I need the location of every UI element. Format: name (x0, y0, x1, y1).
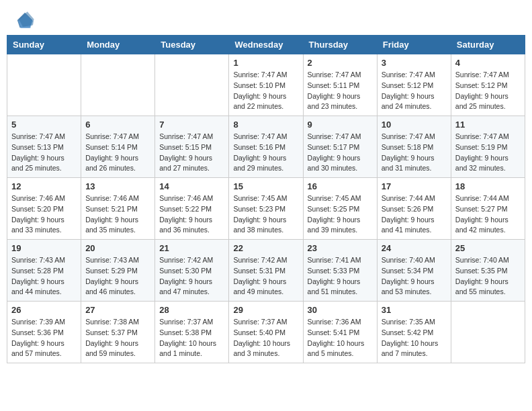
calendar-cell: 23Sunrise: 7:41 AMSunset: 5:33 PMDayligh… (303, 240, 377, 302)
calendar-cell: 25Sunrise: 7:40 AMSunset: 5:35 PMDayligh… (451, 240, 525, 302)
day-number: 13 (85, 181, 150, 191)
day-info: Sunrise: 7:36 AMSunset: 5:41 PMDaylight:… (308, 317, 373, 359)
day-info: Sunrise: 7:47 AMSunset: 5:13 PMDaylight:… (11, 132, 77, 174)
calendar-cell (451, 302, 525, 363)
weekday-header-thursday: Thursday (303, 36, 377, 54)
page-header (7, 7, 525, 28)
day-info: Sunrise: 7:39 AMSunset: 5:36 PMDaylight:… (11, 317, 77, 359)
day-info: Sunrise: 7:47 AMSunset: 5:11 PMDaylight:… (308, 70, 373, 112)
calendar-cell: 31Sunrise: 7:35 AMSunset: 5:42 PMDayligh… (377, 302, 451, 363)
calendar-cell: 30Sunrise: 7:36 AMSunset: 5:41 PMDayligh… (303, 302, 377, 363)
calendar-cell: 10Sunrise: 7:47 AMSunset: 5:18 PMDayligh… (377, 116, 451, 178)
day-info: Sunrise: 7:46 AMSunset: 5:22 PMDaylight:… (159, 193, 224, 236)
calendar-cell: 21Sunrise: 7:42 AMSunset: 5:30 PMDayligh… (155, 240, 229, 302)
weekday-header-tuesday: Tuesday (155, 36, 229, 54)
day-number: 20 (85, 243, 150, 253)
day-info: Sunrise: 7:40 AMSunset: 5:34 PMDaylight:… (382, 255, 447, 298)
weekday-header-saturday: Saturday (451, 36, 525, 54)
day-info: Sunrise: 7:44 AMSunset: 5:26 PMDaylight:… (382, 193, 447, 236)
day-info: Sunrise: 7:47 AMSunset: 5:15 PMDaylight:… (159, 132, 224, 174)
day-number: 19 (11, 243, 77, 253)
day-info: Sunrise: 7:47 AMSunset: 5:12 PMDaylight:… (455, 70, 521, 112)
day-number: 23 (308, 243, 373, 253)
day-info: Sunrise: 7:47 AMSunset: 5:14 PMDaylight:… (85, 132, 150, 174)
day-info: Sunrise: 7:45 AMSunset: 5:25 PMDaylight:… (308, 193, 373, 236)
calendar-cell: 17Sunrise: 7:44 AMSunset: 5:26 PMDayligh… (377, 178, 451, 240)
calendar-cell: 12Sunrise: 7:46 AMSunset: 5:20 PMDayligh… (7, 178, 81, 240)
calendar-week-row: 1Sunrise: 7:47 AMSunset: 5:10 PMDaylight… (7, 54, 525, 116)
day-number: 31 (382, 305, 447, 315)
logo-icon (15, 10, 35, 30)
day-info: Sunrise: 7:47 AMSunset: 5:18 PMDaylight:… (382, 132, 447, 174)
calendar-cell: 1Sunrise: 7:47 AMSunset: 5:10 PMDaylight… (229, 54, 303, 116)
calendar-week-row: 12Sunrise: 7:46 AMSunset: 5:20 PMDayligh… (7, 178, 525, 240)
logo (13, 10, 35, 25)
day-number: 21 (159, 243, 224, 253)
day-number: 30 (308, 305, 373, 315)
weekday-header-sunday: Sunday (7, 36, 81, 54)
day-info: Sunrise: 7:37 AMSunset: 5:40 PMDaylight:… (233, 317, 298, 359)
calendar-week-row: 5Sunrise: 7:47 AMSunset: 5:13 PMDaylight… (7, 116, 525, 178)
day-number: 7 (159, 120, 224, 130)
day-number: 28 (159, 305, 224, 315)
weekday-header-row: SundayMondayTuesdayWednesdayThursdayFrid… (7, 36, 525, 54)
day-number: 14 (159, 181, 224, 191)
calendar-week-row: 26Sunrise: 7:39 AMSunset: 5:36 PMDayligh… (7, 302, 525, 363)
day-number: 22 (233, 243, 298, 253)
calendar-cell: 5Sunrise: 7:47 AMSunset: 5:13 PMDaylight… (7, 116, 81, 178)
calendar-cell: 7Sunrise: 7:47 AMSunset: 5:15 PMDaylight… (155, 116, 229, 178)
day-number: 17 (382, 181, 447, 191)
day-number: 3 (382, 58, 447, 68)
calendar-cell: 19Sunrise: 7:43 AMSunset: 5:28 PMDayligh… (7, 240, 81, 302)
weekday-header-friday: Friday (377, 36, 451, 54)
day-info: Sunrise: 7:45 AMSunset: 5:23 PMDaylight:… (233, 193, 298, 236)
day-info: Sunrise: 7:46 AMSunset: 5:20 PMDaylight:… (11, 193, 77, 236)
day-info: Sunrise: 7:37 AMSunset: 5:38 PMDaylight:… (159, 317, 224, 359)
calendar-cell: 9Sunrise: 7:47 AMSunset: 5:17 PMDaylight… (303, 116, 377, 178)
calendar-table: SundayMondayTuesdayWednesdayThursdayFrid… (7, 35, 525, 363)
calendar-cell: 8Sunrise: 7:47 AMSunset: 5:16 PMDaylight… (229, 116, 303, 178)
calendar-cell (7, 54, 81, 116)
calendar-cell: 15Sunrise: 7:45 AMSunset: 5:23 PMDayligh… (229, 178, 303, 240)
day-number: 26 (11, 305, 77, 315)
weekday-header-wednesday: Wednesday (229, 36, 303, 54)
day-info: Sunrise: 7:42 AMSunset: 5:31 PMDaylight:… (233, 255, 298, 298)
calendar-cell: 29Sunrise: 7:37 AMSunset: 5:40 PMDayligh… (229, 302, 303, 363)
day-number: 15 (233, 181, 298, 191)
calendar-cell: 3Sunrise: 7:47 AMSunset: 5:12 PMDaylight… (377, 54, 451, 116)
calendar-cell: 24Sunrise: 7:40 AMSunset: 5:34 PMDayligh… (377, 240, 451, 302)
day-number: 5 (11, 120, 77, 130)
calendar-cell: 11Sunrise: 7:47 AMSunset: 5:19 PMDayligh… (451, 116, 525, 178)
day-info: Sunrise: 7:43 AMSunset: 5:29 PMDaylight:… (85, 255, 150, 298)
day-info: Sunrise: 7:46 AMSunset: 5:21 PMDaylight:… (85, 193, 150, 236)
calendar-cell: 6Sunrise: 7:47 AMSunset: 5:14 PMDaylight… (81, 116, 155, 178)
calendar-cell (81, 54, 155, 116)
day-number: 9 (308, 120, 373, 130)
calendar-cell: 18Sunrise: 7:44 AMSunset: 5:27 PMDayligh… (451, 178, 525, 240)
day-info: Sunrise: 7:41 AMSunset: 5:33 PMDaylight:… (308, 255, 373, 298)
day-number: 25 (455, 243, 521, 253)
day-info: Sunrise: 7:38 AMSunset: 5:37 PMDaylight:… (85, 317, 150, 359)
calendar-cell: 14Sunrise: 7:46 AMSunset: 5:22 PMDayligh… (155, 178, 229, 240)
day-info: Sunrise: 7:47 AMSunset: 5:17 PMDaylight:… (308, 132, 373, 174)
day-info: Sunrise: 7:47 AMSunset: 5:16 PMDaylight:… (233, 132, 298, 174)
calendar-cell (155, 54, 229, 116)
calendar-cell: 26Sunrise: 7:39 AMSunset: 5:36 PMDayligh… (7, 302, 81, 363)
calendar-week-row: 19Sunrise: 7:43 AMSunset: 5:28 PMDayligh… (7, 240, 525, 302)
calendar-cell: 27Sunrise: 7:38 AMSunset: 5:37 PMDayligh… (81, 302, 155, 363)
weekday-header-monday: Monday (81, 36, 155, 54)
day-number: 11 (455, 120, 521, 130)
calendar-cell: 22Sunrise: 7:42 AMSunset: 5:31 PMDayligh… (229, 240, 303, 302)
day-number: 24 (382, 243, 447, 253)
day-number: 4 (455, 58, 521, 68)
calendar-cell: 13Sunrise: 7:46 AMSunset: 5:21 PMDayligh… (81, 178, 155, 240)
day-info: Sunrise: 7:47 AMSunset: 5:10 PMDaylight:… (233, 70, 298, 112)
day-number: 1 (233, 58, 298, 68)
day-number: 8 (233, 120, 298, 130)
day-number: 29 (233, 305, 298, 315)
day-info: Sunrise: 7:47 AMSunset: 5:19 PMDaylight:… (455, 132, 521, 174)
calendar-cell: 4Sunrise: 7:47 AMSunset: 5:12 PMDaylight… (451, 54, 525, 116)
day-info: Sunrise: 7:43 AMSunset: 5:28 PMDaylight:… (11, 255, 77, 298)
day-info: Sunrise: 7:47 AMSunset: 5:12 PMDaylight:… (382, 70, 447, 112)
day-number: 27 (85, 305, 150, 315)
